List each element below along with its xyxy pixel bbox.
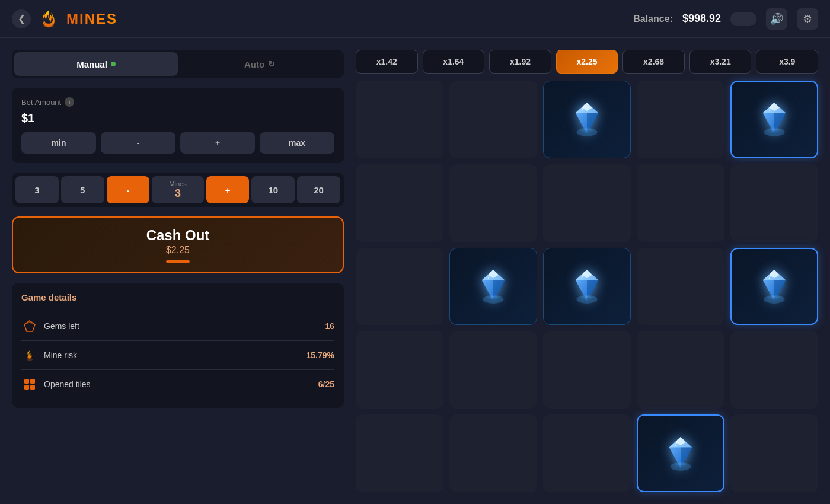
tile-4-2[interactable] [543, 414, 631, 492]
tile-4-4[interactable] [730, 414, 818, 492]
back-button[interactable]: ❮ [12, 9, 31, 28]
multiplier-btn-3[interactable]: x2.25 [556, 50, 618, 74]
mines-selector: 3 5 - Mines 3 + 10 20 [12, 173, 344, 207]
multiplier-btn-4[interactable]: x2.68 [622, 50, 685, 74]
tab-manual[interactable]: Manual [14, 52, 178, 76]
tile-1-1[interactable] [449, 164, 537, 242]
opened-tiles-value: 6/25 [318, 379, 334, 389]
multiplier-btn-1[interactable]: x1.64 [423, 50, 485, 74]
main-content: Manual Auto ↻ Bet Amount i $1 min - + ma… [0, 38, 830, 504]
bet-label: Bet Amount i [21, 97, 334, 107]
bet-section: Bet Amount i $1 min - + max [12, 88, 344, 163]
active-indicator [111, 62, 116, 66]
gems-icon [21, 318, 38, 334]
sound-icon: 🔊 [770, 12, 783, 25]
mine-count-value: 3 [175, 187, 181, 200]
cashout-title: Cash Out [146, 227, 210, 244]
tile-1-0[interactable] [356, 164, 443, 242]
tile-4-1[interactable] [449, 414, 537, 492]
gem-2-2 [566, 266, 608, 307]
svg-rect-4 [24, 379, 29, 384]
bet-min-button[interactable]: min [21, 132, 96, 154]
sound-button[interactable]: 🔊 [766, 8, 787, 30]
detail-row-opened: Opened tiles 6/25 [21, 370, 334, 398]
tile-2-1[interactable] [449, 248, 537, 326]
multiplier-btn-5[interactable]: x3.21 [689, 50, 752, 74]
detail-left-opened: Opened tiles [21, 376, 91, 393]
svg-point-23 [766, 127, 783, 133]
svg-point-55 [672, 461, 689, 467]
tile-3-3[interactable] [637, 331, 724, 409]
mine-option-10[interactable]: 10 [251, 176, 295, 203]
bet-controls: min - + max [21, 132, 334, 154]
opened-tiles-label: Opened tiles [44, 379, 91, 389]
balance-value: $998.92 [682, 12, 721, 25]
bet-info-icon[interactable]: i [65, 97, 74, 107]
gem-2-4 [754, 266, 795, 307]
tab-auto[interactable]: Auto ↻ [178, 52, 341, 76]
tile-0-1[interactable] [449, 81, 537, 158]
tile-0-4[interactable] [730, 81, 818, 158]
tile-3-2[interactable] [543, 331, 631, 409]
tile-0-0[interactable] [356, 81, 443, 158]
svg-rect-5 [30, 379, 35, 384]
tab-manual-label: Manual [76, 59, 107, 69]
multiplier-btn-6[interactable]: x3.9 [756, 50, 818, 74]
gem-2-1 [473, 266, 514, 307]
tile-4-0[interactable] [356, 414, 443, 492]
mine-risk-label: Mine risk [44, 350, 77, 360]
balance-label: Balance: [633, 14, 673, 24]
tile-3-0[interactable] [356, 331, 443, 409]
mine-option-3[interactable]: 3 [15, 176, 59, 203]
tile-1-3[interactable] [637, 164, 724, 242]
header-right: Balance: $998.92 🔊 ⚙ [633, 8, 818, 30]
logo-text: MINES [66, 11, 117, 27]
mine-option-minus[interactable]: - [107, 176, 150, 203]
game-details: Game details Gems left 16 [12, 283, 344, 408]
tile-1-4[interactable] [730, 164, 818, 242]
tile-2-2[interactable] [543, 248, 631, 326]
tile-1-2[interactable] [543, 164, 631, 242]
tile-2-4[interactable] [730, 248, 818, 326]
tile-3-1[interactable] [449, 331, 537, 409]
mine-count-display: Mines 3 [152, 176, 203, 203]
tile-0-2[interactable] [543, 81, 631, 158]
right-panel: x1.42x1.64x1.92x2.25x2.68x3.21x3.9 [356, 50, 818, 492]
svg-marker-2 [24, 321, 35, 324]
auto-icon: ↻ [268, 59, 275, 69]
tile-2-3[interactable] [637, 248, 724, 326]
detail-left-mine-risk: Mine risk [21, 347, 77, 363]
tile-4-3[interactable] [637, 414, 724, 492]
svg-point-15 [579, 127, 595, 133]
bet-minus-button[interactable]: - [101, 132, 175, 154]
mine-option-20[interactable]: 20 [297, 176, 340, 203]
game-details-title: Game details [21, 292, 334, 302]
detail-left-gems: Gems left [21, 318, 79, 334]
settings-icon: ⚙ [803, 12, 812, 25]
svg-point-39 [579, 294, 595, 300]
settings-button[interactable]: ⚙ [797, 8, 818, 30]
bet-value: $1 [21, 111, 334, 125]
gem-4-3 [660, 433, 701, 474]
bet-plus-button[interactable]: + [180, 132, 255, 154]
balance-toggle[interactable] [730, 12, 756, 26]
svg-rect-7 [30, 385, 35, 390]
multiplier-btn-2[interactable]: x1.92 [489, 50, 551, 74]
mine-option-5[interactable]: 5 [61, 176, 104, 203]
multiplier-bar: x1.42x1.64x1.92x2.25x2.68x3.21x3.9 [356, 50, 818, 74]
gems-label: Gems left [44, 321, 79, 331]
tile-2-0[interactable] [356, 248, 443, 326]
bet-max-button[interactable]: max [260, 132, 334, 154]
gem-0-2 [566, 98, 608, 140]
mine-risk-icon [21, 347, 38, 363]
multiplier-btn-0[interactable]: x1.42 [356, 50, 418, 74]
mine-option-plus[interactable]: + [206, 176, 250, 203]
tile-0-3[interactable] [637, 81, 724, 158]
header-left: ❮ MINES [12, 8, 117, 30]
header: ❮ MINES Balance: $998.92 🔊 ⚙ [0, 0, 830, 38]
back-icon: ❮ [18, 13, 25, 24]
cashout-button[interactable]: Cash Out $2.25 [12, 216, 344, 273]
mine-count-label: Mines [169, 180, 186, 187]
logo-flame-icon [38, 8, 59, 30]
tile-3-4[interactable] [730, 331, 818, 409]
